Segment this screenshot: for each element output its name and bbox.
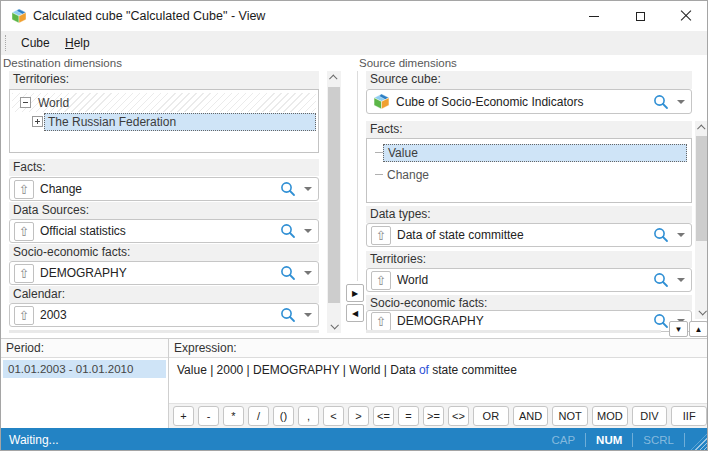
period-item[interactable]: 01.01.2003 - 01.01.2010 [3,360,166,378]
tree-item-label: The Russian Federation [44,113,316,131]
operator-button[interactable]: () [273,406,294,426]
expression-segment: state committee [429,363,517,377]
operator-button[interactable]: NOT [552,406,588,426]
expression-editor[interactable]: Value | 2000 | DEMOGRAPHY | World | Data… [169,358,708,403]
left-panel-scrollbar[interactable] [327,71,341,333]
operator-button[interactable]: + [173,406,194,426]
menu-help[interactable]: Help [59,31,96,55]
facts-combo-value: Change [40,182,280,196]
list-item-value[interactable]: Value [369,143,689,162]
operator-button[interactable]: MOD [592,406,628,426]
operator-button[interactable]: >= [423,406,444,426]
list-item-label: Value [383,144,687,162]
search-icon[interactable] [653,313,669,329]
search-icon[interactable] [280,223,296,239]
search-icon[interactable] [653,227,669,243]
menu-bar: Cube Help [1,31,708,55]
scroll-down-button[interactable] [327,319,341,333]
operator-button[interactable]: DIV [632,406,668,426]
horizontal-scrollbar[interactable] [9,330,319,333]
operator-button[interactable]: , [298,406,319,426]
scrollbar-thumb[interactable] [696,136,708,241]
window-title: Calculated cube "Calculated Cube" - View [33,1,265,31]
source-territories-combo[interactable]: ⇧ World [366,268,692,292]
search-icon[interactable] [280,265,296,281]
scroll-up-button[interactable] [695,121,708,135]
scroll-down-button[interactable] [695,305,708,319]
tree-item-world[interactable]: World [12,93,316,112]
chevron-up-icon [329,74,337,82]
list-item-change[interactable]: Change [369,165,689,184]
tree-branch-icon [375,174,383,175]
operator-button[interactable]: * [223,406,244,426]
promote-icon[interactable]: ⇧ [14,180,34,199]
expression-segment: of [419,363,429,377]
data-sources-combo-value: Official statistics [40,224,280,238]
operator-button[interactable]: / [248,406,269,426]
operator-button[interactable]: <> [448,406,469,426]
resize-grip-icon[interactable] [691,434,707,450]
search-icon[interactable] [653,94,669,110]
expand-expander-icon[interactable] [32,116,43,127]
move-down-button[interactable]: ▼ [669,321,688,337]
promote-icon[interactable]: ⇧ [371,271,391,290]
operator-button[interactable]: OR [473,406,509,426]
search-icon[interactable] [653,272,669,288]
promote-icon[interactable]: ⇧ [371,226,391,245]
right-panel-scrollbar[interactable] [695,121,708,319]
operator-button[interactable]: IIF [671,406,707,426]
source-cube-header: Source cube: [366,71,692,89]
move-up-button[interactable]: ▲ [689,321,708,337]
calendar-combo[interactable]: ⇧ 2003 [9,303,319,327]
source-facts-list: Value Change [366,138,692,203]
facts-header: Facts: [9,159,319,176]
maximize-icon [636,12,645,21]
scroll-up-button[interactable] [327,71,341,85]
source-socio-combo[interactable]: ⇧ DEMOGRAPHY [366,310,692,332]
operator-button[interactable]: > [348,406,369,426]
operator-button[interactable]: AND [513,406,549,426]
chevron-down-icon[interactable] [304,229,312,233]
source-cube-combo[interactable]: Cube of Socio-Economic Indicators [366,89,692,114]
tree-branch-icon [375,152,383,153]
source-territories-combo-value: World [397,273,653,287]
tree-item-russian-federation[interactable]: The Russian Federation [12,112,316,131]
status-message: Waiting... [9,433,541,447]
promote-icon[interactable]: ⇧ [14,264,34,283]
close-button[interactable] [663,1,708,31]
collapse-expander-icon[interactable] [20,97,31,108]
promote-icon[interactable]: ⇧ [14,306,34,325]
chevron-down-icon[interactable] [677,100,685,104]
data-types-header: Data types: [366,206,692,223]
data-sources-combo[interactable]: ⇧ Official statistics [9,219,319,243]
minimize-button[interactable] [571,1,617,31]
promote-icon[interactable]: ⇧ [371,312,391,331]
menu-cube[interactable]: Cube [15,31,56,55]
operator-button[interactable]: <= [373,406,394,426]
chevron-down-icon[interactable] [304,271,312,275]
promote-icon[interactable]: ⇧ [14,222,34,241]
source-territories-header: Territories: [366,251,692,268]
panel-splitter[interactable] [357,71,358,281]
search-icon[interactable] [280,307,296,323]
chevron-down-icon[interactable] [304,313,312,317]
source-facts-header: Facts: [366,121,692,138]
data-types-combo[interactable]: ⇧ Data of state committee [366,223,692,247]
maximize-button[interactable] [617,1,663,31]
facts-combo[interactable]: ⇧ Change [9,177,319,201]
operator-button[interactable]: < [323,406,344,426]
move-left-button[interactable]: ◀ [346,304,364,322]
chevron-down-icon[interactable] [304,187,312,191]
socio-facts-combo[interactable]: ⇧ DEMOGRAPHY [9,261,319,285]
chevron-down-icon[interactable] [677,278,685,282]
search-icon[interactable] [280,181,296,197]
num-lock-indicator: NUM [586,434,632,446]
chevron-down-icon[interactable] [677,233,685,237]
socio-facts-combo-value: DEMOGRAPHY [40,266,280,280]
scrollbar-thumb[interactable] [328,87,340,303]
move-right-button[interactable]: ▶ [346,284,364,302]
operator-button[interactable]: - [198,406,219,426]
horizontal-scrollbar[interactable] [366,330,661,333]
data-types-combo-value: Data of state committee [397,228,653,242]
operator-button[interactable]: = [398,406,419,426]
